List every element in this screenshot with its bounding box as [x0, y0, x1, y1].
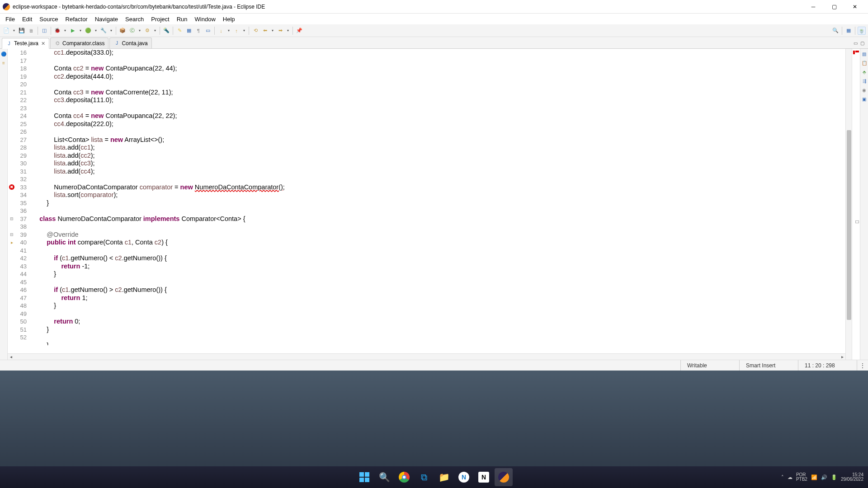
new-component-button[interactable]: ⚙	[143, 27, 151, 35]
code-line[interactable]: 42 if (c1.getNumero() < c2.getNumero()) …	[8, 254, 845, 263]
editor-tab-1[interactable]: ⌬Comparator.class	[50, 38, 108, 48]
tray-chevron-icon[interactable]: ˄	[781, 474, 784, 480]
code-line[interactable]: 31 lista.add(cc4);	[8, 168, 845, 176]
code-line[interactable]: 25 cc4.deposita(222.0);	[8, 120, 845, 128]
code-line[interactable]: 22 cc3.deposita(111.0);	[8, 96, 845, 104]
toggle-block-button[interactable]: ▦	[185, 27, 193, 35]
code-content[interactable]: return -1;	[29, 263, 90, 271]
editor-tab-2[interactable]: JConta.java	[109, 38, 151, 48]
code-line[interactable]: ⊟37 class NumeroDaContaComparator implem…	[8, 215, 845, 223]
gutter-marker[interactable]	[8, 294, 16, 302]
task-list-icon[interactable]: 📋	[861, 60, 868, 66]
code-content[interactable]	[29, 207, 32, 215]
code-line[interactable]: 48 }	[8, 302, 845, 310]
code-content[interactable]: List<Conta> lista = new ArrayList<>();	[29, 136, 164, 144]
gutter-marker[interactable]	[8, 168, 16, 176]
gutter-marker[interactable]	[8, 144, 16, 152]
code-line[interactable]: 21 Conta cc3 = new ContaCorrente(22, 11)…	[8, 89, 845, 97]
open-perspective-button[interactable]: ▦	[844, 27, 853, 35]
code-line[interactable]: 46 if (c1.getNumero() > c2.getNumero()) …	[8, 286, 845, 294]
scroll-right-icon[interactable]: ▸	[839, 354, 845, 360]
code-content[interactable]: lista.add(cc2);	[29, 152, 95, 160]
prev-annotation-dropdown[interactable]: ▾	[242, 27, 246, 35]
code-content[interactable]: cc2.deposita(444.0);	[29, 73, 113, 81]
fold-marker-icon[interactable]: ⊟	[8, 215, 16, 223]
next-annotation-button[interactable]: ↓	[217, 27, 225, 35]
code-content[interactable]	[29, 57, 32, 65]
system-tray[interactable]: ˄ ☁ PORPTB2 📶 🔊 🔋 15:2429/06/2022	[781, 473, 863, 482]
code-line[interactable]: 51 }	[8, 326, 845, 334]
code-line[interactable]: 36	[8, 207, 845, 215]
back-dropdown[interactable]: ▾	[270, 27, 275, 35]
code-content[interactable]	[29, 128, 32, 136]
code-line[interactable]: 20	[8, 80, 845, 89]
gutter-marker[interactable]	[8, 254, 16, 263]
forward-button[interactable]: ➡	[276, 27, 284, 35]
netbeans-icon[interactable]: N	[455, 468, 473, 486]
code-content[interactable]: if (c1.getNumero() > c2.getNumero()) {	[29, 286, 167, 294]
status-menu-icon[interactable]: ⋮	[857, 360, 868, 371]
code-line[interactable]: ✖33 NumeroDaContaComparator comparator =…	[8, 183, 845, 192]
code-content[interactable]: lista.add(cc1);	[29, 144, 95, 152]
gutter-marker[interactable]	[8, 80, 16, 89]
forward-dropdown[interactable]: ▾	[286, 27, 290, 35]
clock[interactable]: 15:2429/06/2022	[841, 473, 863, 482]
gutter-marker[interactable]	[8, 104, 16, 113]
code-content[interactable]: @Override	[29, 231, 79, 239]
wifi-icon[interactable]: 📶	[811, 474, 817, 480]
code-content[interactable]: if (c1.getNumero() < c2.getNumero()) {	[29, 254, 167, 263]
code-line[interactable]: 16 cc1.deposita(333.0);	[8, 49, 845, 57]
new-class-button[interactable]: Ⓒ	[128, 27, 136, 35]
chrome-icon[interactable]	[395, 468, 413, 486]
code-line[interactable]: 41	[8, 247, 845, 255]
search-taskbar-icon[interactable]: 🔍	[375, 468, 393, 486]
debug-button[interactable]: 🐞	[53, 27, 61, 35]
error-marker-icon[interactable]: ✖	[8, 183, 16, 192]
code-content[interactable]: return 0;	[29, 318, 80, 326]
run-dropdown[interactable]: ▾	[78, 27, 83, 35]
gutter-marker[interactable]	[8, 73, 16, 81]
code-content[interactable]	[29, 278, 32, 286]
code-content[interactable]: Conta cc2 = new ContaPoupanca(22, 44);	[29, 65, 177, 73]
gutter-marker[interactable]	[8, 49, 16, 57]
gutter-marker[interactable]	[8, 160, 16, 168]
external-tools-dropdown[interactable]: ▾	[109, 27, 113, 35]
outline-view-icon[interactable]: ▤	[861, 51, 868, 57]
code-content[interactable]	[29, 310, 32, 318]
toggle-mark-button[interactable]: ✎	[175, 27, 184, 35]
external-tools-button[interactable]: 🔧	[99, 27, 108, 35]
gutter-marker[interactable]	[8, 263, 16, 271]
gutter-marker[interactable]	[8, 89, 16, 97]
new-package-button[interactable]: 📦	[118, 27, 127, 35]
save-all-button[interactable]: 🗎	[27, 27, 35, 35]
menu-navigate[interactable]: Navigate	[91, 15, 122, 23]
gutter-marker[interactable]	[8, 57, 16, 65]
vscode-icon[interactable]: ⧉	[415, 468, 433, 486]
start-button[interactable]	[355, 468, 373, 486]
code-line[interactable]: 29 lista.add(cc2);	[8, 152, 845, 160]
gutter-marker[interactable]	[8, 65, 16, 73]
code-line[interactable]: 50 return 0;	[8, 318, 845, 326]
menu-refactor[interactable]: Refactor	[62, 15, 91, 23]
notion-icon[interactable]: N	[475, 468, 493, 486]
fold-marker-icon[interactable]: ⊟	[8, 231, 16, 239]
expressions-view-icon[interactable]: ≡	[0, 60, 7, 66]
gutter-marker[interactable]	[8, 247, 16, 255]
code-content[interactable]	[29, 223, 32, 231]
tab-close-icon[interactable]: ✕	[41, 41, 45, 47]
code-content[interactable]: cc3.deposita(111.0);	[29, 96, 113, 104]
pin-editor-button[interactable]: 📌	[295, 27, 303, 35]
code-content[interactable]	[29, 104, 32, 113]
code-content[interactable]: lista.add(cc3);	[29, 160, 95, 168]
gutter-marker[interactable]	[8, 207, 16, 215]
code-content[interactable]: }	[29, 199, 49, 207]
menu-file[interactable]: File	[2, 15, 19, 23]
code-line[interactable]: 26	[8, 128, 845, 136]
code-line[interactable]: 38	[8, 223, 845, 231]
menu-project[interactable]: Project	[147, 15, 173, 23]
close-button[interactable]: ✕	[844, 0, 865, 14]
search-button[interactable]: 🔦	[162, 27, 170, 35]
file-explorer-icon[interactable]: 📁	[435, 468, 453, 486]
minimize-button[interactable]: ─	[803, 0, 824, 14]
prev-annotation-button[interactable]: ↑	[232, 27, 241, 35]
